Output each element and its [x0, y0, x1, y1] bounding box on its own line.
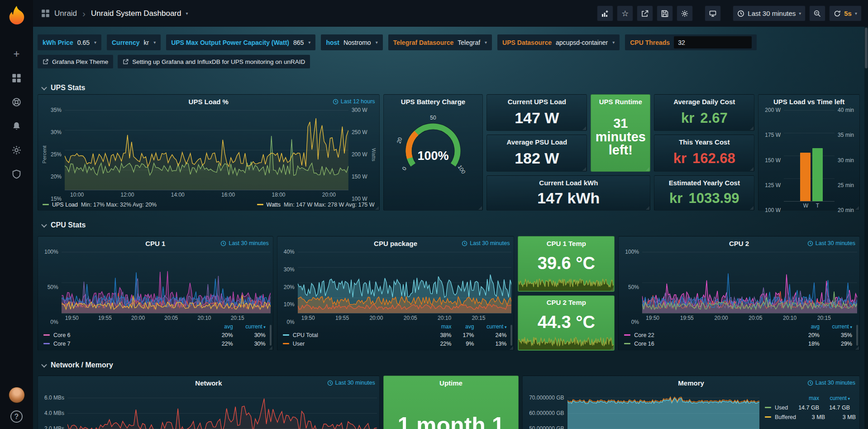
series-color-dash [765, 407, 771, 408]
cpu1-chart[interactable] [62, 252, 271, 313]
legend-header-row: max avg current [283, 322, 507, 331]
network-memory-row: Network Last 30 minutes 6.0 MBs 4.0 MBs … [38, 376, 860, 429]
legend-series-toggle[interactable]: Core 22 [624, 332, 792, 338]
panel-title[interactable]: Average PSU Load [506, 138, 567, 146]
legend-series-toggle[interactable]: Buffered [765, 414, 796, 420]
sidebar-item-server-admin[interactable] [11, 168, 23, 180]
memory-chart[interactable] [568, 391, 759, 429]
tick: 150 W [352, 174, 367, 180]
panel-time-override: Last 30 minutes [807, 380, 855, 386]
panel-time-override: Last 30 minutes [807, 240, 855, 246]
panel-title[interactable]: CPU 2 [729, 240, 749, 247]
legend-table: max current Used 14.7 GB 14.7 GB Buffere… [759, 391, 857, 429]
refresh-button[interactable]: 5s ▾ [829, 5, 862, 21]
grafana-logo[interactable] [6, 5, 27, 25]
sidebar-item-alerting[interactable] [11, 120, 23, 132]
legend-item-ups-load[interactable]: UPS Load Min: 17% Max: 32% Avg: 20% [43, 202, 157, 208]
tick: 150 W [765, 157, 781, 164]
panel-title[interactable]: UPS Load % [189, 98, 229, 106]
variable-ups-max-output[interactable]: UPS Max Output Power Capacity (Watt) 865… [166, 34, 315, 50]
panel-title[interactable]: This Years Cost [679, 138, 730, 146]
cpu-threads-input[interactable] [674, 36, 752, 48]
panel-title[interactable]: UPS Battery Charge [401, 98, 466, 106]
y-axis-left: 200 W 175 W 150 W 125 W 100 W [762, 107, 784, 213]
breadcrumb-app[interactable]: Unraid [54, 9, 77, 18]
chevron-down-icon[interactable]: ▾ [186, 11, 188, 16]
compass-icon [12, 97, 21, 107]
legend-scrollbar[interactable] [510, 325, 512, 346]
row-title: Network / Memory [51, 361, 113, 369]
link-grafana-plex-theme[interactable]: Grafana Plex Theme [38, 55, 113, 68]
bars-plot [784, 110, 835, 202]
variable-telegraf-datasource[interactable]: Telegraf Datasource Telegraf ▾ [388, 34, 492, 50]
legend-series-toggle[interactable]: Core 7 [43, 341, 206, 347]
panel-title[interactable]: CPU 1 Temp [547, 240, 586, 247]
cpu2-chart[interactable] [642, 252, 857, 313]
ups-load-chart[interactable] [65, 110, 348, 190]
star-button[interactable]: ☆ [617, 5, 633, 21]
avatar[interactable] [9, 387, 25, 403]
variable-ups-datasource[interactable]: UPS Datasource apcupsd-container ▾ [497, 34, 620, 50]
link-ups-monitoring-guide[interactable]: Setting up Grafana and InfluxDB for UPS … [118, 55, 310, 68]
panel-cpu2-temp: CPU 2 Temp 44.3 °C [518, 295, 615, 351]
save-button[interactable] [657, 5, 673, 21]
panel-time-override: Last 12 hours [333, 98, 375, 105]
sidebar-item-configuration[interactable] [11, 144, 23, 156]
panel-title[interactable]: UPS Load vs Time left [773, 98, 844, 106]
share-button[interactable] [637, 5, 653, 21]
sidebar-item-explore[interactable] [11, 96, 23, 108]
legend-scrollbar[interactable] [856, 325, 858, 346]
time-range-button[interactable]: Last 30 minutes ▾ [733, 5, 806, 21]
legend-series-toggle[interactable]: Core 16 [624, 341, 792, 347]
panel-title[interactable]: Average Daily Cost [673, 98, 735, 106]
page-title[interactable]: Unraid System Dashboard [91, 9, 181, 18]
row-header-network-memory[interactable]: Network / Memory [38, 360, 860, 371]
panel-title[interactable]: Estimated Yearly Cost [669, 179, 740, 187]
zoom-out-button[interactable] [809, 5, 825, 21]
variable-label: Currency [112, 39, 139, 46]
row-header-ups-stats[interactable]: UPS Stats [38, 82, 860, 93]
legend-series-toggle[interactable]: Core 6 [43, 332, 206, 338]
dashboard-settings-button[interactable] [677, 5, 693, 21]
legend-series-toggle[interactable]: User [283, 341, 426, 347]
variable-label: UPS Datasource [502, 39, 552, 46]
create-button[interactable]: + [11, 48, 23, 60]
panel-time-override: Last 30 minutes [462, 240, 510, 246]
row-header-cpu-stats[interactable]: CPU Stats [38, 220, 860, 231]
x-axis: 19:50 19:55 20:00 20:05 20:10 20:15 [62, 313, 271, 322]
cycle-view-button[interactable] [705, 5, 721, 21]
panel-title[interactable]: CPU 1 [145, 240, 165, 247]
legend-row: User 22% 9% 13% [283, 339, 507, 348]
legend-scrollbar[interactable] [270, 325, 272, 346]
apps-grid-icon[interactable] [41, 9, 50, 18]
legend-item-watts[interactable]: Watts Min: 147 W Max: 278 W Avg: 175 W [257, 202, 375, 208]
tick: 12:00 [120, 192, 134, 198]
tick: W [803, 202, 808, 209]
add-panel-button[interactable] [597, 5, 613, 21]
navbar: Unraid › Unraid System Dashboard ▾ ☆ [33, 0, 868, 27]
panel-title[interactable]: Memory [678, 379, 704, 387]
time-range-label: Last 30 minutes [748, 10, 796, 17]
x-axis: W T [784, 202, 835, 210]
cpu-package-chart[interactable] [298, 252, 512, 313]
panel-title[interactable]: CPU package [374, 240, 417, 247]
variable-kwh-price[interactable]: kWh Price 0.65 ▾ [38, 34, 101, 50]
panel-title[interactable]: Current Load kWh [539, 179, 598, 187]
panel-title[interactable]: UPS Runtime [599, 98, 642, 106]
y-axis-left: 100% 50% 0% [41, 249, 62, 325]
share-icon [641, 10, 649, 17]
sidebar-item-dashboards[interactable] [11, 72, 23, 84]
dashboard: kWh Price 0.65 ▾ Currency kr ▾ UPS Max O… [33, 27, 868, 429]
breadcrumb: Unraid › Unraid System Dashboard ▾ [41, 8, 188, 19]
scrollbar-thumb[interactable] [865, 28, 868, 68]
variable-host[interactable]: host Nostromo ▾ [321, 34, 382, 50]
variable-currency[interactable]: Currency kr ▾ [107, 34, 161, 50]
legend-series-toggle[interactable]: Used [765, 405, 790, 411]
help-button[interactable]: ? [10, 410, 23, 423]
legend-series-toggle[interactable]: CPU Total [283, 332, 426, 338]
panel-title[interactable]: Current UPS Load [508, 98, 566, 106]
panel-title[interactable]: Network [195, 379, 222, 387]
panel-title[interactable]: CPU 2 Temp [547, 299, 586, 306]
panel-title[interactable]: Uptime [439, 379, 463, 387]
network-chart[interactable] [67, 391, 377, 429]
